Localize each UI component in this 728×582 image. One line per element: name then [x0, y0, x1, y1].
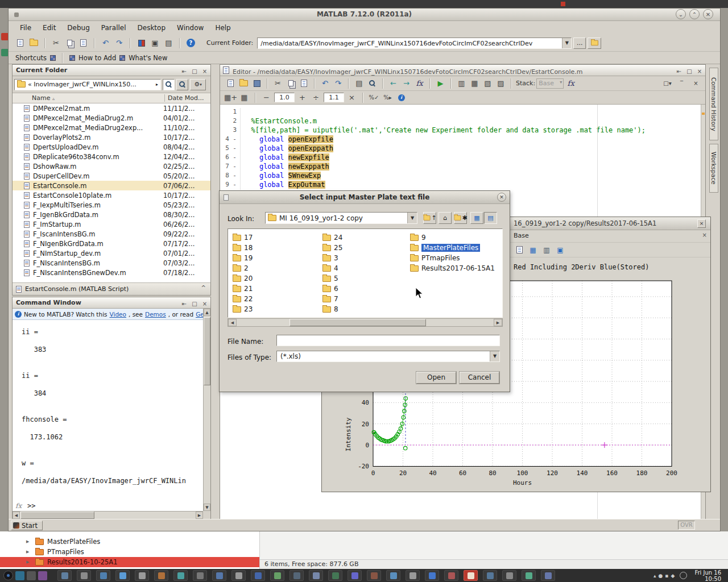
file-details-bar[interactable]: EstartConsole.m (MATLAB Script) ^	[13, 282, 210, 295]
code-line[interactable]: 1	[220, 108, 701, 117]
cell-publish-button[interactable]: ▧	[482, 77, 494, 89]
scrollbar-thumb[interactable]	[20, 512, 94, 519]
close-toolbar-icon[interactable]: ×	[702, 232, 707, 238]
files-of-type-combo[interactable]: (*.xls) ▼	[276, 351, 500, 362]
vertical-scrollbar[interactable]: ▲ ▼	[203, 309, 210, 511]
close-icon[interactable]: ×	[201, 66, 209, 77]
copy-button[interactable]	[64, 37, 76, 49]
print-figure-button[interactable]: ▥	[541, 244, 552, 256]
list-view-button[interactable]: ▦	[470, 212, 483, 224]
code-line[interactable]: 4 - global openExpfile	[220, 135, 701, 144]
dock-icon[interactable]: ⇤	[180, 298, 188, 309]
folder-item[interactable]: 18	[233, 243, 253, 253]
close-icon[interactable]: ×	[201, 298, 209, 309]
folder-item[interactable]: Results2017-06-15A1	[410, 263, 495, 273]
value-field-right[interactable]: 1.1	[324, 93, 344, 102]
command-prompt[interactable]: >>	[27, 502, 35, 510]
cell-divider-button[interactable]: ▦	[238, 92, 250, 103]
desktop-button[interactable]: ▤	[163, 37, 175, 49]
menu-edit[interactable]: Edit	[37, 22, 61, 34]
file-row[interactable]: F_ImStartup.m06/26/2...	[13, 219, 210, 229]
decrease-value-button[interactable]: −	[260, 92, 272, 103]
folder-item[interactable]: 9	[410, 232, 495, 243]
cut-button[interactable]: ✂	[272, 77, 284, 89]
panel-header[interactable]: Command Window ⇤ □ ×	[13, 297, 210, 309]
taskbar-app-button[interactable]	[77, 570, 91, 581]
forward-button[interactable]: →	[400, 77, 412, 89]
redo-button[interactable]: ↷	[113, 37, 125, 49]
tray-icons[interactable]: ▴●▪◆	[652, 573, 676, 579]
file-row[interactable]: F_IgenBkGrdData.m08/30/2...	[13, 210, 210, 219]
fx-insert-button[interactable]: fx	[565, 77, 577, 89]
new-file-button[interactable]	[14, 37, 26, 49]
stack-value[interactable]: Base	[514, 232, 529, 239]
taskbar-app-button[interactable]	[135, 570, 149, 581]
paste-button[interactable]	[77, 37, 89, 49]
details-view-button[interactable]: ▤	[484, 212, 497, 224]
folder-item[interactable]: 19	[233, 253, 253, 263]
expander-icon[interactable]: ▶	[26, 550, 32, 554]
clock[interactable]: Fri Jun 16 10:50	[694, 569, 721, 582]
menu-desktop[interactable]: Desktop	[132, 22, 172, 34]
file-row[interactable]: DpertsUploadDev.m08/04/2...	[13, 142, 210, 152]
folder-item[interactable]: 23	[233, 304, 253, 314]
split-window-button[interactable]: □▾	[661, 77, 673, 89]
taskbar-app-button[interactable]	[541, 570, 555, 581]
close-button[interactable]: ✕	[703, 9, 713, 19]
file-row[interactable]: DReplicate96to384conv.m12/04/2...	[13, 152, 210, 161]
code-line[interactable]: 7 - global newExppath	[220, 163, 701, 172]
multiply-value-button[interactable]: ×	[346, 92, 358, 103]
scroll-left-icon[interactable]: ◀	[228, 319, 237, 326]
cancel-button[interactable]: Cancel	[460, 372, 499, 384]
menu-file[interactable]: File	[14, 22, 37, 34]
grid-view-button[interactable]: ▦	[527, 244, 539, 256]
file-row[interactable]: DMPexcel2mat_MediaDrug2exp...11/10/2...	[13, 123, 210, 132]
file-row[interactable]: F_NIscanIntensBGnewDev.m07/18/2...	[13, 268, 210, 277]
taskbar-app-button[interactable]	[328, 570, 342, 581]
folder-item[interactable]: 20	[233, 273, 253, 284]
increase-value-button[interactable]: +	[296, 92, 308, 103]
code-line[interactable]: 3 %[file,path] = uiputfile('.mat','Creat…	[220, 126, 701, 135]
undock-icon[interactable]: □	[191, 298, 198, 309]
back-button[interactable]: ←	[387, 77, 399, 89]
horizontal-scrollbar[interactable]: ◀ ▶	[13, 511, 203, 519]
tray-icon[interactable]: ▴	[653, 573, 656, 579]
taskbar-launcher-icon[interactable]	[38, 571, 47, 580]
matlab-titlebar[interactable]: MATLAB 7.12.0 (R2011a) ⌄ ⌃ ✕	[9, 9, 720, 21]
folder-item[interactable]: 6	[322, 284, 342, 294]
taskbar-launcher-icon[interactable]	[27, 571, 36, 580]
tab-command-history[interactable]: Command History	[709, 68, 718, 140]
info-button[interactable]: i	[395, 92, 407, 103]
list-column-headers[interactable]: Name ▵ Date Mod...	[13, 93, 210, 103]
folder-item[interactable]: 8	[322, 304, 342, 314]
open-file-button[interactable]	[238, 77, 250, 89]
maximize-button[interactable]: ⌃	[689, 9, 700, 19]
tray-icon[interactable]: ◆	[671, 573, 675, 579]
folder-list[interactable]: 171819220212223 2425345678 9MasterPlateF…	[228, 228, 503, 318]
taskbar-app-button[interactable]	[57, 570, 72, 581]
help-button[interactable]: ?	[185, 37, 197, 49]
undock-icon[interactable]: □	[191, 66, 198, 77]
copy-button[interactable]	[285, 77, 297, 89]
taskbar-app-button[interactable]	[502, 570, 516, 581]
file-row[interactable]: F_NIscanIntensBG.m07/03/2...	[13, 258, 210, 268]
getting-started-link[interactable]: Ge	[196, 311, 203, 318]
run-button[interactable]: ▶	[435, 77, 446, 89]
eval-advance-button[interactable]: %▸	[382, 92, 394, 103]
tray-icon[interactable]: ▪	[665, 573, 668, 579]
stack-combo[interactable]: Base	[536, 78, 564, 89]
menu-parallel[interactable]: Parallel	[96, 22, 132, 34]
simulink-button[interactable]	[135, 37, 147, 49]
folder-item[interactable]: 25	[322, 243, 342, 253]
file-row[interactable]: F_IscanIntensBG.m09/22/2...	[13, 229, 210, 239]
new-figure-button[interactable]	[514, 244, 525, 256]
menu-debug[interactable]: Debug	[61, 22, 95, 34]
taskbar-app-button[interactable]	[367, 570, 381, 581]
taskbar-app-button[interactable]	[289, 570, 304, 581]
home-button[interactable]: ⌂	[439, 212, 452, 224]
find-button[interactable]	[366, 77, 378, 89]
current-folder-combo[interactable]: /media/data/EASY/InovImager_jwrCF_WINLin…	[257, 38, 572, 49]
editor-header[interactable]: Editor - /media/data/EASY/InovImager_jwr…	[220, 65, 705, 76]
dialog-titlebar[interactable]: Select input Master Plate text file ✕	[220, 191, 510, 204]
tab-workspace[interactable]: Workspace	[709, 144, 718, 193]
